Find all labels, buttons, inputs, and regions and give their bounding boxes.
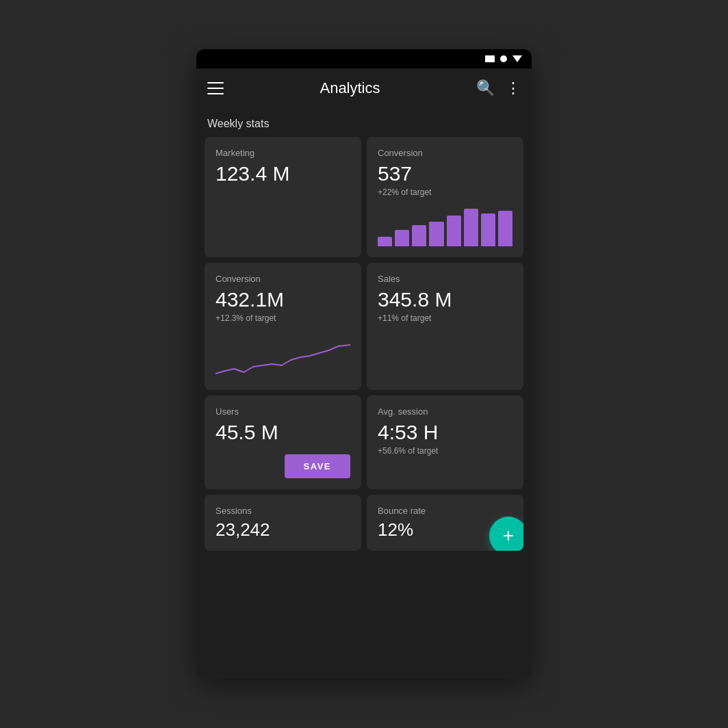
conversion-top-sub: +22% of target xyxy=(378,187,512,197)
bar xyxy=(481,213,495,246)
fab-button[interactable]: + xyxy=(489,517,523,551)
conversion-top-label: Conversion xyxy=(378,148,512,158)
sessions-value: 23,242 xyxy=(216,520,350,540)
stats-grid: Marketing 123.4 M Conversion 537 +22% of… xyxy=(196,137,532,551)
bar xyxy=(429,222,443,246)
search-icon[interactable]: 🔍 xyxy=(476,79,495,97)
avg-session-sub: +56.6% of target xyxy=(378,446,512,456)
more-options-icon[interactable]: ⋮ xyxy=(506,79,521,97)
save-button[interactable]: SAVE xyxy=(285,454,350,478)
fab-plus-icon: + xyxy=(503,525,514,547)
status-square-icon xyxy=(485,55,495,62)
avg-session-card: Avg. session 4:53 H +56.6% of target xyxy=(367,395,523,489)
sales-card: Sales 345.8 M +11% of target xyxy=(367,263,523,390)
status-circle-icon xyxy=(500,55,507,62)
content-area: Weekly stats Marketing 123.4 M Conversio… xyxy=(196,108,532,679)
bar xyxy=(464,209,478,246)
bounce-rate-label: Bounce rate xyxy=(378,506,512,516)
sessions-label: Sessions xyxy=(216,506,350,516)
app-bar: Analytics 🔍 ⋮ xyxy=(196,68,532,108)
sales-label: Sales xyxy=(378,274,512,284)
conversion-main-label: Conversion xyxy=(216,274,350,284)
page-title: Analytics xyxy=(224,79,476,97)
bar xyxy=(447,216,461,246)
status-triangle-icon xyxy=(512,55,522,62)
bar xyxy=(412,225,426,246)
sales-sub: +11% of target xyxy=(378,313,512,323)
users-value: 45.5 M xyxy=(216,421,350,443)
conversion-top-value: 537 xyxy=(378,162,512,185)
conversion-main-card: Conversion 432.1M +12.3% of target xyxy=(205,263,361,390)
bar xyxy=(378,237,392,246)
avg-session-label: Avg. session xyxy=(378,406,512,417)
sales-value: 345.8 M xyxy=(378,288,512,311)
marketing-card: Marketing 123.4 M xyxy=(205,137,361,257)
marketing-label: Marketing xyxy=(216,148,350,158)
app-bar-actions: 🔍 ⋮ xyxy=(476,79,521,97)
avg-session-value: 4:53 H xyxy=(378,421,512,443)
users-label: Users xyxy=(216,406,350,417)
phone-frame: Analytics 🔍 ⋮ Weekly stats Marketing 123… xyxy=(196,49,532,679)
menu-icon[interactable] xyxy=(207,82,224,94)
conversion-top-card: Conversion 537 +22% of target xyxy=(367,137,523,257)
bounce-rate-card: Bounce rate 12% + xyxy=(367,495,523,551)
conversion-main-sub: +12.3% of target xyxy=(216,313,350,323)
bar xyxy=(498,211,512,246)
users-card: Users 45.5 M SAVE xyxy=(205,395,361,489)
section-title: Weekly stats xyxy=(196,108,532,137)
bar xyxy=(395,230,409,246)
conversion-main-value: 432.1M xyxy=(216,288,350,311)
status-bar xyxy=(196,49,532,68)
marketing-value: 123.4 M xyxy=(216,162,350,185)
conversion-line-chart xyxy=(216,331,350,379)
sessions-card: Sessions 23,242 xyxy=(205,495,361,551)
conversion-bar-chart xyxy=(378,205,512,246)
